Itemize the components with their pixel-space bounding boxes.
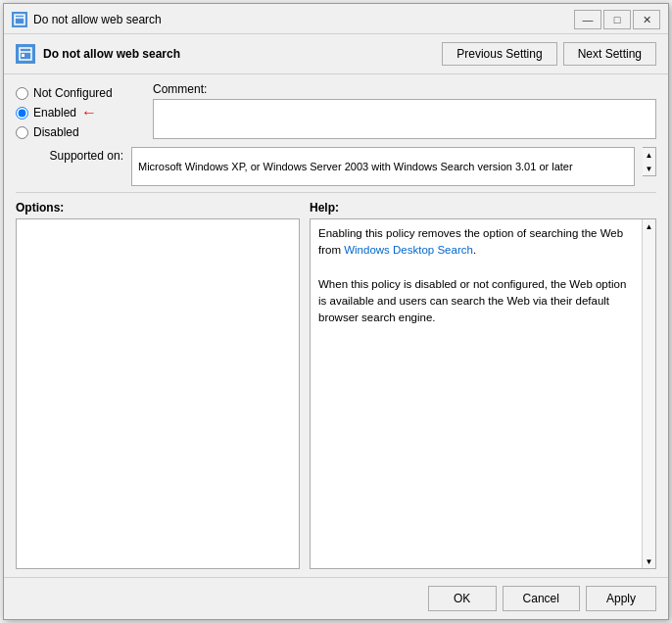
- close-button[interactable]: ✕: [633, 10, 660, 29]
- not-configured-option[interactable]: Not Configured: [16, 86, 143, 100]
- supported-scroll-down[interactable]: ▼: [643, 162, 655, 175]
- disabled-radio[interactable]: [16, 126, 28, 139]
- nav-buttons: Previous Setting Next Setting: [442, 42, 656, 66]
- title-bar: Do not allow web search — □ ✕: [4, 4, 668, 34]
- disabled-label: Disabled: [33, 125, 79, 139]
- help-panel: Help: Enabling this policy removes the o…: [310, 201, 656, 569]
- arrow-indicator: ←: [81, 104, 97, 121]
- disabled-option[interactable]: Disabled: [16, 125, 143, 139]
- svg-rect-0: [15, 15, 24, 24]
- ok-button[interactable]: OK: [428, 586, 497, 611]
- help-text-period: .: [473, 244, 476, 256]
- previous-setting-button[interactable]: Previous Setting: [442, 42, 556, 66]
- window-controls: — □ ✕: [574, 10, 660, 29]
- radio-group: Not Configured Enabled ← Disabled: [16, 82, 143, 139]
- options-box: [16, 218, 300, 569]
- options-panel: Options:: [16, 201, 300, 569]
- apply-button[interactable]: Apply: [586, 586, 656, 611]
- supported-text: Microsoft Windows XP, or Windows Server …: [131, 147, 635, 186]
- comment-label: Comment:: [153, 82, 656, 96]
- options-help-section: Options: Help: Enabling this policy remo…: [16, 201, 656, 569]
- help-scroll-up[interactable]: ▲: [643, 219, 655, 233]
- window-icon: [12, 12, 27, 27]
- help-text-part2: When this policy is disabled or not conf…: [318, 278, 626, 324]
- svg-rect-2: [20, 48, 31, 60]
- help-text: Enabling this policy removes the option …: [311, 219, 642, 568]
- enabled-option[interactable]: Enabled ←: [16, 104, 143, 121]
- comment-section: Comment:: [153, 82, 656, 139]
- comment-textarea[interactable]: [153, 99, 656, 139]
- not-configured-radio[interactable]: [16, 87, 28, 100]
- top-section: Not Configured Enabled ← Disabled Commen…: [16, 82, 656, 139]
- options-label: Options:: [16, 201, 300, 215]
- header-bar: Do not allow web search Previous Setting…: [4, 34, 668, 74]
- not-configured-label: Not Configured: [33, 86, 113, 100]
- minimize-button[interactable]: —: [574, 10, 601, 29]
- supported-section: Supported on: Microsoft Windows XP, or W…: [16, 147, 656, 193]
- footer: OK Cancel Apply: [4, 577, 668, 619]
- enabled-radio[interactable]: [16, 107, 28, 120]
- next-setting-button[interactable]: Next Setting: [563, 42, 656, 66]
- main-window: Do not allow web search — □ ✕ Do not all…: [3, 3, 669, 620]
- help-link: Windows Desktop Search: [344, 244, 473, 256]
- cancel-button[interactable]: Cancel: [503, 586, 580, 611]
- supported-on-label: Supported on:: [16, 147, 123, 163]
- maximize-button[interactable]: □: [603, 10, 631, 29]
- help-label: Help:: [310, 201, 656, 215]
- window-title: Do not allow web search: [33, 13, 568, 26]
- help-scroll-down[interactable]: ▼: [643, 554, 655, 568]
- header-title: Do not allow web search: [43, 47, 434, 61]
- enabled-label: Enabled: [33, 106, 76, 120]
- svg-rect-4: [22, 54, 24, 57]
- supported-scroll-up[interactable]: ▲: [643, 148, 655, 162]
- main-content: Not Configured Enabled ← Disabled Commen…: [4, 74, 668, 577]
- header-icon: [16, 44, 35, 64]
